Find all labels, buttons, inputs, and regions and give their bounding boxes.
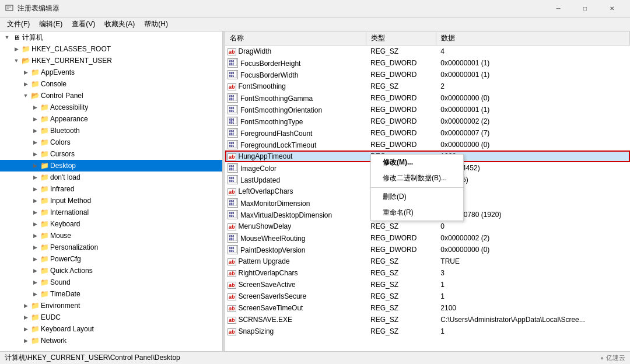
cell-name: 000001PaintDesktopVersion [225, 244, 366, 256]
tree-node-eudc[interactable]: EUDC [0, 312, 222, 323]
tree-toggle-accessibility [30, 102, 40, 113]
table-row[interactable]: 000001FocusBorderWidthREG_DWORD0x0000000… [225, 69, 630, 80]
cell-type: REG_SZ [366, 46, 436, 57]
tree-label-sound: Sound [50, 278, 222, 286]
cell-data: 0x00000007 (7) [436, 127, 629, 139]
table-row[interactable]: 000001FontSmoothingOrientationREG_DWORD0… [225, 104, 630, 116]
context-menu-item-4[interactable]: 重命名(R) [371, 205, 463, 220]
tree-node-dontload[interactable]: don't load [0, 172, 222, 183]
tree-node-accessibility[interactable]: Accessibility [0, 102, 222, 113]
cell-name: 000001ImageColor [225, 162, 366, 174]
tree-node-hkcu[interactable]: HKEY_CURRENT_USER [0, 55, 222, 66]
reg-type-icon: 000001 [228, 128, 238, 138]
table-row[interactable]: abMenuShowDelayREG_SZ0 [225, 220, 630, 232]
dword-badge: 000001 [228, 163, 238, 173]
menu-edit[interactable]: 编辑(E) [34, 18, 67, 30]
cell-data: ...920) [436, 197, 629, 209]
tree-node-mouse[interactable]: Mouse [0, 230, 222, 242]
tree-node-console[interactable]: Console [0, 78, 222, 90]
menu-file[interactable]: 文件(F) [2, 18, 34, 30]
context-menu-item-0[interactable]: 修改(M)... [371, 155, 463, 170]
table-row[interactable]: 000001FontSmoothingGammaREG_DWORD0x00000… [225, 92, 630, 104]
tree-icon-network [30, 336, 40, 345]
table-row[interactable]: abDragWidthREG_SZ4 [225, 46, 630, 57]
tree-node-keyboard[interactable]: Keyboard [0, 218, 222, 230]
tree-node-inputmethod[interactable]: Input Method [0, 195, 222, 206]
table-row[interactable]: 000001FontSmoothingTypeREG_DWORD0x000000… [225, 116, 630, 127]
tree-node-appearance[interactable]: Appearance [0, 113, 222, 125]
main-container: 计算机HKEY_CLASSES_ROOTHKEY_CURRENT_USERApp… [0, 32, 630, 351]
context-menu-item-3[interactable]: 删除(D) [371, 189, 463, 205]
tree-node-environment[interactable]: Environment [0, 300, 222, 312]
tree-toggle-environment [21, 300, 30, 312]
tree-node-infrared[interactable]: Infrared [0, 183, 222, 195]
title-bar: 注册表编辑器 ─ □ ✕ [0, 0, 630, 18]
maximize-button[interactable]: □ [572, 0, 598, 18]
tree-node-quickactions[interactable]: Quick Actions [0, 265, 222, 276]
reg-type-icon: 000001 [228, 245, 238, 254]
table-row[interactable]: 000001FocusBorderHeightREG_DWORD0x000000… [225, 57, 630, 69]
tree-icon-keyboardlayout [30, 324, 40, 334]
tree-label-network: Network [41, 337, 222, 345]
dword-badge: 000001 [228, 198, 238, 208]
context-menu-item-1[interactable]: 修改二进制数据(B)... [371, 170, 463, 186]
tree-toggle-desktop [30, 160, 40, 172]
table-row[interactable]: abPattern UpgradeREG_SZTRUE [225, 256, 630, 267]
tree-node-cursors[interactable]: Cursors [0, 148, 222, 160]
table-row[interactable]: abRightOverlapCharsREG_SZ3 [225, 267, 630, 279]
cell-name: abPattern Upgrade [225, 256, 366, 267]
tree-node-international[interactable]: International [0, 206, 222, 218]
tree-node-keyboardlayout[interactable]: Keyboard Layout [0, 323, 222, 335]
reg-type-icon: ab [228, 328, 236, 335]
table-row[interactable]: abScreenSaveTimeOutREG_SZ2100 [225, 302, 630, 314]
svg-text:001: 001 [229, 97, 235, 101]
cell-data: 0 [436, 220, 629, 232]
table-row[interactable]: abSnapSizingREG_SZ1 [225, 326, 630, 337]
cell-name: 000001MaxVirtualDesktopDimension [225, 209, 366, 220]
tree-node-desktop[interactable]: Desktop [0, 160, 222, 172]
tree-node-powercfg[interactable]: PowerCfg [0, 253, 222, 265]
reg-type-icon: ab [228, 270, 236, 277]
table-row[interactable]: 000001ForegroundLockTimeoutREG_DWORD0x00… [225, 139, 630, 150]
menu-favorites[interactable]: 收藏夹(A) [100, 18, 139, 30]
tree-toggle-mouse [30, 230, 40, 242]
dword-badge: 000001 [228, 128, 238, 138]
tree-node-sound[interactable]: Sound [0, 276, 222, 288]
tree-toggle-inputmethod [30, 195, 40, 206]
table-row[interactable]: abFontSmoothingREG_SZ2 [225, 80, 630, 92]
tree-node-network[interactable]: Network [0, 335, 222, 346]
tree-toggle-powercfg [30, 253, 40, 265]
tree-node-bluetooth[interactable]: Bluetooth [0, 125, 222, 136]
tree-icon-eudc [30, 313, 40, 322]
tree-node-timedate[interactable]: TimeDate [0, 288, 222, 300]
cell-data: ...67295) [436, 174, 629, 186]
tree-node-controlpanel[interactable]: Control Panel [0, 90, 222, 102]
cell-name: abHungAppTimeout [225, 150, 366, 162]
tree-node-appevents[interactable]: AppEvents [0, 66, 222, 78]
tree-node-colors[interactable]: Colors [0, 136, 222, 148]
tree-node-hkcr[interactable]: HKEY_CLASSES_ROOT [0, 43, 222, 55]
tree-icon-hkcu [21, 56, 30, 65]
svg-text:001: 001 [229, 202, 235, 206]
registry-tree[interactable]: 计算机HKEY_CLASSES_ROOTHKEY_CURRENT_USERApp… [0, 32, 223, 351]
tree-node-personalization[interactable]: Personalization [0, 242, 222, 253]
menu-help[interactable]: 帮助(H) [139, 18, 173, 30]
table-row[interactable]: 000001ForegroundFlashCountREG_DWORD0x000… [225, 127, 630, 139]
tree-icon-bluetooth [40, 126, 49, 135]
minimize-button[interactable]: ─ [545, 0, 572, 18]
cell-data: 0x00000001 (1) [436, 104, 629, 116]
table-row[interactable]: abSCRNSAVE.EXEREG_SZC:\Users\Administrat… [225, 314, 630, 326]
reg-type-icon: ab [228, 223, 236, 230]
table-row[interactable]: 000001PaintDesktopVersionREG_DWORD0x0000… [225, 244, 630, 256]
table-row[interactable]: 000001MouseWheelRoutingREG_DWORD0x000000… [225, 232, 630, 244]
tree-toggle-network [21, 335, 30, 346]
svg-rect-0 [6, 5, 13, 10]
cell-name: 000001MaxMonitorDimension [225, 197, 366, 209]
table-row[interactable]: abScreenSaverIsSecureREG_SZ1 [225, 290, 630, 302]
cell-data: 2100 [436, 302, 629, 314]
tree-node-computer[interactable]: 计算机 [0, 32, 222, 43]
svg-text:001: 001 [229, 249, 235, 253]
table-row[interactable]: abScreenSaveActiveREG_SZ1 [225, 279, 630, 290]
close-button[interactable]: ✕ [598, 0, 625, 18]
menu-view[interactable]: 查看(V) [67, 18, 100, 30]
